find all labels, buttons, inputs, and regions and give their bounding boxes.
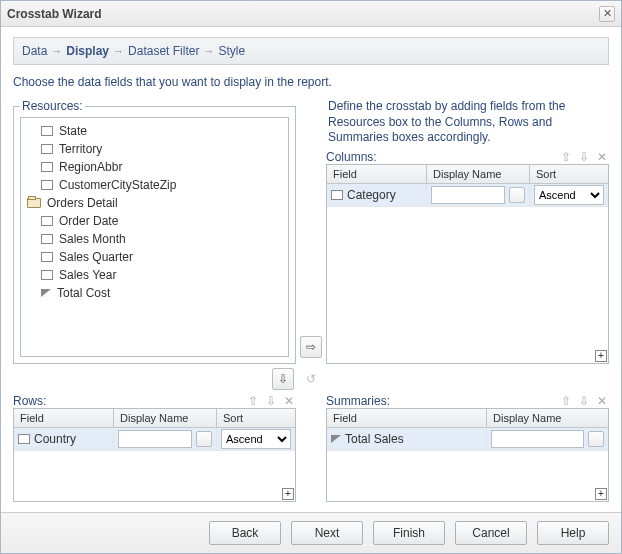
tree-item[interactable]: Sales Year [23, 266, 286, 284]
tree-item-label: RegionAbbr [59, 160, 122, 174]
tree-item-label: State [59, 124, 87, 138]
move-up-icon[interactable]: ⇧ [559, 150, 573, 164]
resources-panel: Resources: State Territory RegionAbbr Cu… [13, 99, 296, 364]
columns-th-display: Display Name [427, 165, 530, 183]
columns-row-field: Category [347, 188, 396, 202]
folder-icon [27, 198, 41, 208]
display-name-picker-button[interactable] [588, 431, 604, 447]
rows-table: Field Display Name Sort Country Ascend + [13, 408, 296, 502]
wizard-body: Data → Display → Dataset Filter → Style … [1, 27, 621, 512]
tree-item-label: Sales Month [59, 232, 126, 246]
move-down-icon[interactable]: ⇩ [577, 394, 591, 408]
finish-button[interactable]: Finish [373, 521, 445, 545]
tree-item-label: CustomerCityStateZip [59, 178, 176, 192]
wizard-footer: Back Next Finish Cancel Help [1, 512, 621, 553]
arrow-right-icon: → [51, 45, 62, 57]
move-up-icon[interactable]: ⇧ [246, 394, 260, 408]
display-name-picker-button[interactable] [509, 187, 525, 203]
rows-row[interactable]: Country Ascend [14, 428, 295, 451]
help-button[interactable]: Help [537, 521, 609, 545]
add-row-button[interactable]: + [282, 488, 294, 500]
breadcrumb: Data → Display → Dataset Filter → Style [13, 37, 609, 65]
rows-header: Rows: ⇧ ⇩ ✕ [13, 394, 296, 408]
field-icon [41, 216, 53, 226]
remove-icon[interactable]: ✕ [595, 150, 609, 164]
summaries-row-field: Total Sales [345, 432, 404, 446]
titlebar: Crosstab Wizard ✕ [1, 1, 621, 27]
arrow-down-icon: ⇩ [278, 372, 288, 386]
next-button[interactable]: Next [291, 521, 363, 545]
tree-item[interactable]: RegionAbbr [23, 158, 286, 176]
rows-row-display-input[interactable] [118, 430, 192, 448]
window-title: Crosstab Wizard [7, 7, 102, 21]
columns-th-field: Field [327, 165, 427, 183]
resources-legend: Resources: [20, 99, 85, 113]
display-name-picker-button[interactable] [196, 431, 212, 447]
close-button[interactable]: ✕ [599, 6, 615, 22]
resources-tree[interactable]: State Territory RegionAbbr CustomerCityS… [20, 117, 289, 357]
swap-icon[interactable]: ↺ [300, 368, 322, 390]
remove-icon[interactable]: ✕ [595, 394, 609, 408]
breadcrumb-step-data[interactable]: Data [22, 44, 47, 58]
field-icon [41, 252, 53, 262]
rows-row-sort-select[interactable]: Ascend [221, 429, 291, 449]
field-icon [41, 126, 53, 136]
columns-row-display-input[interactable] [431, 186, 505, 204]
move-up-icon[interactable]: ⇧ [559, 394, 573, 408]
move-down-icon[interactable]: ⇩ [264, 394, 278, 408]
field-icon [41, 270, 53, 280]
cancel-button[interactable]: Cancel [455, 521, 527, 545]
columns-header: Columns: ⇧ ⇩ ✕ [326, 150, 609, 164]
move-down-button[interactable]: ⇩ [272, 368, 294, 390]
tree-item[interactable]: Territory [23, 140, 286, 158]
tree-item[interactable]: CustomerCityStateZip [23, 176, 286, 194]
tree-folder[interactable]: Orders Detail [23, 194, 286, 212]
close-icon: ✕ [603, 7, 612, 20]
tree-item-label: Sales Year [59, 268, 116, 282]
field-icon [331, 190, 343, 200]
columns-table: Field Display Name Sort Category Ascend … [326, 164, 609, 364]
breadcrumb-step-display[interactable]: Display [66, 44, 109, 58]
instruction-text: Choose the data fields that you want to … [13, 73, 609, 91]
rows-legend: Rows: [13, 394, 46, 408]
summaries-th-field: Field [327, 409, 487, 427]
rows-th-sort: Sort [217, 409, 295, 427]
columns-th-sort: Sort [530, 165, 608, 183]
summaries-legend: Summaries: [326, 394, 390, 408]
tree-item[interactable]: Sales Month [23, 230, 286, 248]
breadcrumb-step-style[interactable]: Style [218, 44, 245, 58]
summaries-th-display: Display Name [487, 409, 608, 427]
tree-item-label: Total Cost [57, 286, 110, 300]
summaries-table: Field Display Name Total Sales + [326, 408, 609, 502]
tree-item[interactable]: State [23, 122, 286, 140]
move-down-icon[interactable]: ⇩ [577, 150, 591, 164]
tree-item[interactable]: Sales Quarter [23, 248, 286, 266]
rows-row-field: Country [34, 432, 76, 446]
define-help-text: Define the crosstab by adding fields fro… [326, 99, 609, 146]
measure-icon [331, 435, 341, 443]
columns-row-sort-select[interactable]: Ascend [534, 185, 604, 205]
summaries-header: Summaries: ⇧ ⇩ ✕ [326, 394, 609, 408]
field-icon [41, 234, 53, 244]
field-icon [41, 180, 53, 190]
field-icon [18, 434, 30, 444]
move-right-button[interactable]: ⇨ [300, 336, 322, 358]
layout-grid: Resources: State Territory RegionAbbr Cu… [13, 99, 609, 502]
tree-item[interactable]: Total Cost [23, 284, 286, 302]
summaries-row[interactable]: Total Sales [327, 428, 608, 451]
tree-item-label: Territory [59, 142, 102, 156]
remove-icon[interactable]: ✕ [282, 394, 296, 408]
summaries-row-display-input[interactable] [491, 430, 584, 448]
add-summary-button[interactable]: + [595, 488, 607, 500]
tree-folder-label: Orders Detail [47, 196, 118, 210]
tree-item[interactable]: Order Date [23, 212, 286, 230]
columns-row[interactable]: Category Ascend [327, 184, 608, 207]
field-icon [41, 144, 53, 154]
tree-item-label: Sales Quarter [59, 250, 133, 264]
back-button[interactable]: Back [209, 521, 281, 545]
breadcrumb-step-dataset-filter[interactable]: Dataset Filter [128, 44, 199, 58]
arrow-right-icon: → [113, 45, 124, 57]
add-column-button[interactable]: + [595, 350, 607, 362]
columns-legend: Columns: [326, 150, 377, 164]
arrow-right-icon: → [203, 45, 214, 57]
